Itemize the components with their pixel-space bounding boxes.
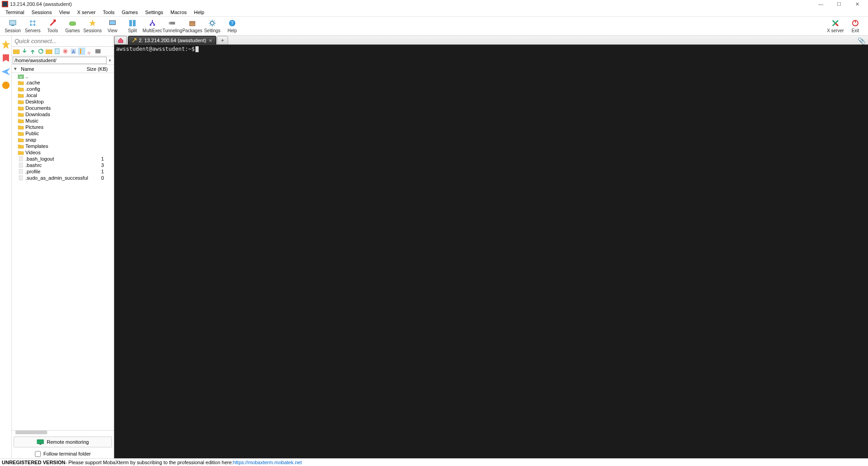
settings-button[interactable]: Settings [202,17,222,35]
tab-add-button[interactable]: ✦ [217,36,228,44]
remote-monitoring-button[interactable]: Remote monitoring [14,437,112,447]
window-minimize-button[interactable]: — [812,1,830,7]
file-row[interactable]: .cache [12,79,114,86]
highlight-icon[interactable] [78,48,85,55]
settings-label: Settings [204,28,220,33]
macro-icon[interactable] [1,53,11,63]
svg-text:A: A [72,49,75,54]
file-row[interactable]: .bashrc3 [12,162,114,168]
packages-button[interactable]: Packages [182,17,202,35]
menu-settings[interactable]: Settings [141,9,167,16]
svg-rect-12 [110,21,115,25]
file-row[interactable]: snap [12,137,114,143]
tab-strip: 2. 13.214.200.64 (awsstudent) ✕ ✦ 📎 [114,36,868,45]
svg-rect-2 [10,20,16,25]
terminal-shortcut-icon[interactable] [94,48,102,55]
file-row[interactable]: Public [12,130,114,137]
session-button[interactable]: Session [3,17,23,35]
menu-games[interactable]: Games [118,9,141,16]
file-row[interactable]: .bash_logout1 [12,156,114,162]
exit-button[interactable]: Exit [845,17,865,35]
edit-icon[interactable] [86,48,93,55]
file-row[interactable]: Pictures [12,124,114,130]
column-size-header[interactable]: Size (KB) [87,66,114,72]
servers-button[interactable]: Servers [23,17,43,35]
file-list-scrollbar[interactable] [12,430,114,435]
file-row[interactable]: Videos [12,149,114,156]
download-icon[interactable] [21,48,28,55]
menu-help[interactable]: Help [190,9,208,16]
file-row[interactable]: Downloads [12,111,114,118]
follow-terminal-checkbox[interactable] [35,451,41,457]
menu-tools[interactable]: Tools [99,9,118,16]
help-button[interactable]: ?Help [222,17,242,35]
file-row[interactable]: Desktop [12,98,114,105]
view-icon [108,19,117,27]
file-list[interactable]: ...cache.config.localDesktopDocumentsDow… [12,73,114,430]
new-file-icon[interactable] [54,48,61,55]
session-label: Session [5,28,21,33]
status-link[interactable]: https://mobaxterm.mobatek.net [233,460,302,465]
file-row[interactable]: .sudo_as_admin_successful0 [12,175,114,181]
tunneling-label: Tunneling [162,28,182,33]
svg-rect-19 [190,21,195,26]
multiexec-button[interactable]: MultiExec [142,17,162,35]
file-row[interactable]: .local [12,92,114,98]
tools-icon [49,19,57,27]
xserver-button[interactable]: X server [825,17,845,35]
svg-rect-1 [3,2,7,6]
tools-button[interactable]: Tools [43,17,63,35]
file-size: 0 [91,175,114,181]
terminal-viewport[interactable]: awsstudent@awsstudent:~$ [114,45,868,458]
file-row[interactable]: Music [12,118,114,124]
tab-session-label: 2. 13.214.200.64 (awsstudent) [139,38,206,43]
games-button[interactable]: Games [63,17,83,35]
file-row[interactable]: Templates [12,143,114,149]
refresh-icon[interactable] [37,48,44,55]
file-name: Videos [25,150,91,155]
tunneling-icon [168,19,176,27]
paperclip-icon[interactable]: 📎 [858,37,865,44]
file-row[interactable]: Documents [12,105,114,111]
file-row[interactable]: .config [12,86,114,92]
exit-label: Exit [852,28,859,33]
quick-connect-input[interactable] [12,36,114,46]
send-icon[interactable] [1,67,11,77]
sort-indicator-icon[interactable]: ▾ [12,66,19,72]
file-row[interactable]: .. [12,73,114,79]
menu-terminal[interactable]: Terminal [2,9,28,16]
sftp-path-input[interactable] [13,57,107,64]
file-row[interactable]: .profile1 [12,168,114,175]
path-dropdown-icon[interactable]: ▾ [107,58,113,63]
column-name-header[interactable]: Name [19,66,87,72]
window-maximize-button[interactable]: ☐ [830,1,848,7]
properties-a-icon[interactable]: A [70,48,77,55]
menu-macros[interactable]: Macros [167,9,190,16]
globe-icon[interactable] [1,80,11,90]
svg-marker-25 [1,40,10,49]
window-close-button[interactable]: ✕ [848,1,866,7]
tools-label: Tools [47,28,58,33]
view-button[interactable]: View [102,17,122,35]
new-folder-icon[interactable] [13,48,20,55]
upload-icon[interactable] [29,48,36,55]
svg-point-16 [153,24,155,26]
menu-x-server[interactable]: X server [73,9,99,16]
help-label: Help [228,28,237,33]
tab-close-icon[interactable]: ✕ [209,38,212,43]
sessions-button[interactable]: Sessions [83,17,102,35]
status-text: - Please support MobaXterm by subscribin… [65,460,233,465]
folder-icon [18,118,24,123]
tab-home[interactable] [114,36,127,44]
delete-icon[interactable] [62,48,69,55]
menu-sessions[interactable]: Sessions [28,9,56,16]
sessions-icon [88,19,97,27]
tab-session-active[interactable]: 2. 13.214.200.64 (awsstudent) ✕ [128,36,216,44]
open-folder-icon[interactable] [45,48,53,55]
svg-rect-30 [55,49,59,54]
menu-view[interactable]: View [55,9,73,16]
split-button[interactable]: Split [122,17,142,35]
star-icon[interactable] [1,39,11,49]
file-size: 1 [91,169,114,174]
tunneling-button[interactable]: Tunneling [162,17,182,35]
